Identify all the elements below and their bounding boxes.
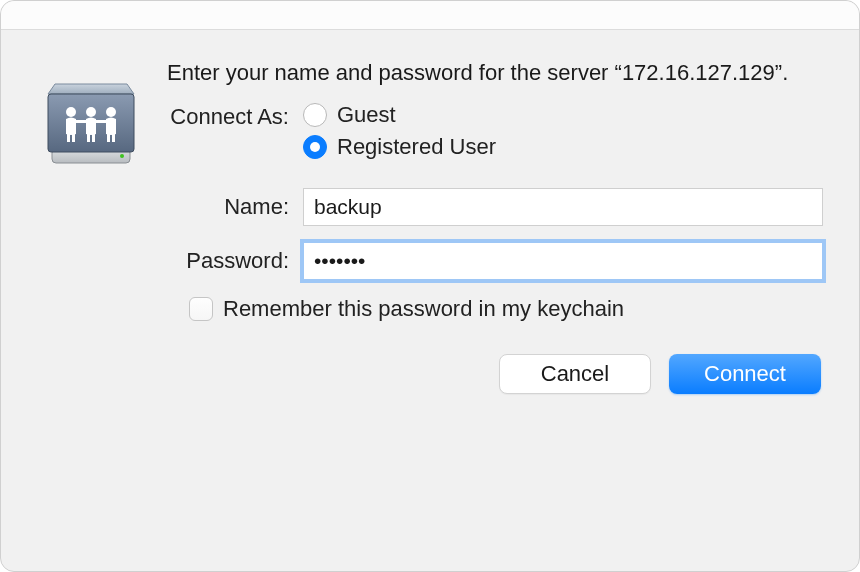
radio-guest[interactable]: Guest: [303, 102, 496, 128]
svg-point-4: [86, 107, 96, 117]
connect-button[interactable]: Connect: [669, 354, 821, 394]
remember-row[interactable]: Remember this password in my keychain: [189, 296, 823, 322]
radio-guest-label: Guest: [337, 102, 396, 128]
icon-column: [37, 58, 145, 394]
svg-rect-10: [87, 132, 90, 142]
password-input[interactable]: [303, 242, 823, 280]
svg-rect-9: [72, 132, 75, 142]
svg-point-5: [106, 107, 116, 117]
remember-label: Remember this password in my keychain: [223, 296, 624, 322]
svg-rect-11: [92, 132, 95, 142]
button-row: Cancel Connect: [167, 354, 823, 394]
remember-checkbox[interactable]: [189, 297, 213, 321]
cancel-button[interactable]: Cancel: [499, 354, 651, 394]
name-label: Name:: [167, 194, 303, 220]
password-row: Password:: [167, 242, 823, 280]
network-server-icon: [37, 64, 145, 172]
dialog-content: Enter your name and password for the ser…: [1, 30, 859, 422]
svg-rect-8: [67, 132, 70, 142]
radio-registered-label: Registered User: [337, 134, 496, 160]
radio-registered-user[interactable]: Registered User: [303, 134, 496, 160]
svg-rect-13: [112, 132, 115, 142]
server-auth-dialog: Enter your name and password for the ser…: [0, 0, 860, 572]
main-column: Enter your name and password for the ser…: [167, 58, 823, 394]
connect-as-row: Connect As: Guest Registered User: [167, 102, 823, 160]
prompt-text: Enter your name and password for the ser…: [167, 58, 823, 88]
svg-point-1: [120, 154, 124, 158]
connect-as-radio-group: Guest Registered User: [303, 102, 496, 160]
svg-point-3: [66, 107, 76, 117]
name-row: Name:: [167, 188, 823, 226]
titlebar: [1, 1, 859, 30]
radio-guest-button[interactable]: [303, 103, 327, 127]
svg-rect-12: [107, 132, 110, 142]
svg-rect-6: [73, 120, 89, 123]
radio-registered-button[interactable]: [303, 135, 327, 159]
password-label: Password:: [167, 248, 303, 274]
name-input[interactable]: [303, 188, 823, 226]
svg-rect-7: [93, 120, 109, 123]
connect-as-label: Connect As:: [167, 102, 303, 160]
